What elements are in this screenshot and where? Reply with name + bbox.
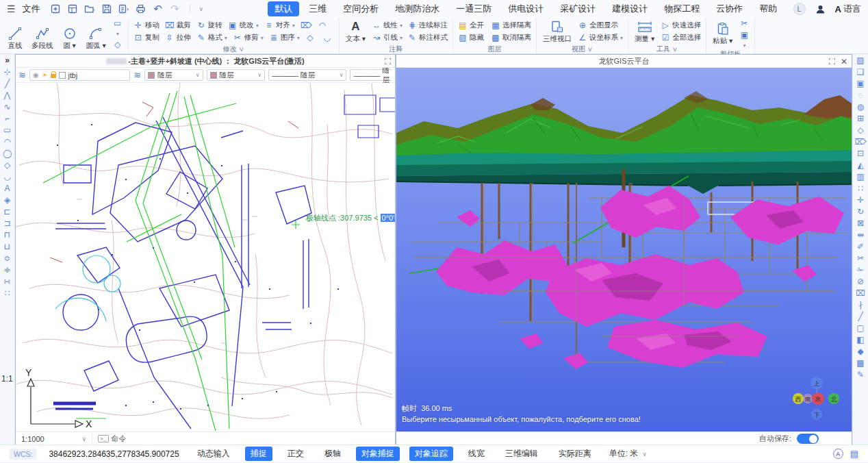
layer-tool-button[interactable]: ▦选择隔离 [491, 21, 531, 31]
draw-circle-icon[interactable]: ◯ [3, 149, 12, 158]
collapse-panel-icon[interactable]: » [5, 56, 10, 65]
box-3d-icon[interactable]: ◆ [857, 347, 863, 356]
command-input[interactable]: >_ 命令 [92, 434, 132, 444]
account-icon[interactable] [815, 4, 826, 14]
fullscreen-icon[interactable] [385, 58, 391, 64]
edit-box-icon[interactable]: ✎ [857, 371, 864, 379]
status-toggle[interactable]: 实际距离 [553, 447, 597, 461]
ribbon-tab[interactable]: 供电设计 [501, 1, 550, 16]
array-icon[interactable]: ∷ [858, 184, 863, 193]
trim-icon[interactable]: ∤ [858, 301, 863, 310]
save-icon[interactable] [101, 3, 112, 14]
select-circle-icon[interactable]: ◌ [858, 91, 863, 100]
paste-icon[interactable]: ▢ [856, 324, 864, 333]
paste-button[interactable]: 粘贴 ▾ [711, 22, 734, 46]
modify-tool-button[interactable]: ✎格式▾ [196, 33, 227, 43]
export-icon[interactable] [118, 3, 129, 14]
draw-polyline-icon[interactable]: ⋀ [4, 91, 11, 100]
draw-polygon-icon[interactable]: ◇ [4, 161, 10, 170]
break-icon[interactable]: ✂ [857, 254, 864, 263]
quick-select-button[interactable]: ▷快速选择 [661, 21, 701, 31]
language-button[interactable]: A 语言 [835, 3, 861, 15]
cut-button[interactable]: ✂ [739, 18, 750, 28]
modify-tool-button[interactable]: ✛移动▾ [133, 21, 159, 31]
view-cube-icon[interactable]: ◇ [857, 126, 863, 135]
draw-region-icon[interactable]: ⌐ [5, 114, 10, 123]
mirror-icon[interactable]: ◭ [857, 161, 863, 170]
fullscreen-icon[interactable] [829, 58, 835, 64]
layer-tool-button[interactable]: ▨隐藏 [458, 33, 484, 43]
assistant-icon[interactable]: A [833, 449, 843, 459]
hatch-icon[interactable]: ▩ [856, 359, 864, 368]
move-icon[interactable]: ✛ [857, 196, 864, 205]
zoom-extents-button[interactable]: ⊕全图显示 [578, 21, 623, 31]
scale-selector[interactable]: 1:1000 ∨ [16, 432, 92, 445]
new-file-icon[interactable] [50, 3, 61, 14]
text-button[interactable]: A 文本 ▾ [344, 20, 367, 44]
ribbon-tab[interactable]: 三维 [302, 1, 333, 16]
redo-icon[interactable]: ↷ [170, 3, 181, 14]
draw-polyline-button[interactable]: 多段线 [30, 27, 55, 51]
status-toggle[interactable]: 正交 [282, 447, 309, 461]
offset-icon[interactable]: ⊡ [857, 149, 864, 158]
align-bottom-icon[interactable]: ⊔ [4, 242, 10, 251]
lineweight-combo[interactable]: ———— 随层 [350, 69, 392, 81]
draw-line-button[interactable]: 直线 [5, 27, 25, 51]
break-point-icon[interactable]: ✁ [857, 266, 864, 275]
distribute-vertical-icon[interactable]: ≑ [3, 266, 10, 275]
print-icon[interactable] [136, 3, 146, 14]
measure-icon[interactable]: ⊘ [857, 277, 864, 286]
distribute-horizontal-icon[interactable]: ∺ [3, 277, 10, 286]
text-tool-icon[interactable]: A [4, 184, 10, 193]
3d-scene-canvas[interactable]: 帧时 36.00 ms Выберите несырьманный объект… [396, 68, 852, 431]
status-toggle[interactable]: 对象捕捉 [356, 447, 400, 461]
status-toggle[interactable]: 捕捉 [245, 447, 272, 461]
2d-drawing-canvas[interactable]: Y X 极轴线点 :307.9735 < 0°0'0" [16, 83, 395, 431]
screw-icon[interactable]: ✐ [857, 242, 864, 251]
layer-lock-icon[interactable] [51, 74, 56, 78]
draw-spline-icon[interactable]: ∿ [3, 103, 10, 112]
modify-tool-button[interactable]: ◇▾ [305, 33, 317, 43]
notes-icon[interactable]: ▤ [850, 449, 858, 459]
user-avatar[interactable]: L [793, 3, 806, 15]
draw-circle-button[interactable]: 圆 ▾ [60, 27, 80, 51]
color-combo[interactable]: 随层 ∨ [144, 69, 203, 81]
dimension-style-button[interactable]: ✎标注样式 [407, 33, 448, 43]
template-icon[interactable] [67, 3, 78, 14]
align-right-icon[interactable]: ⊐ [3, 219, 10, 228]
modify-tool-button[interactable]: ⊡复制▾ [133, 33, 159, 43]
status-toggle[interactable]: 动态输入 [192, 447, 235, 461]
status-toggle[interactable]: 三维编辑 [500, 447, 544, 461]
continuous-dimension-button[interactable]: ⋕连续标注 [407, 21, 448, 31]
align-top-icon[interactable]: ⊓ [4, 231, 10, 240]
toolbar-options-chevron-icon[interactable]: ∨ [199, 5, 204, 12]
draw-rectangle-button[interactable]: ▭ ▾ [112, 18, 123, 38]
modify-tool-button[interactable]: ≡对齐▾ [264, 21, 295, 31]
group-label-modify[interactable]: 修改 ∨ [133, 45, 334, 53]
leader-button[interactable]: ↝引线▾ [372, 33, 403, 43]
select-fence-icon[interactable]: ⊞ [857, 114, 864, 123]
status-toggle[interactable]: 极轴 [319, 447, 346, 461]
scale-1-1-icon[interactable]: 1:1 [1, 374, 13, 384]
pin-icon[interactable]: ⊹ [3, 68, 10, 77]
modify-tool-button[interactable]: ⇳拉伸▾ [165, 33, 191, 43]
autosave-toggle[interactable] [797, 434, 819, 444]
color2-combo[interactable]: 随层 ∨ [207, 69, 265, 81]
draw-arc-button[interactable]: 圆弧 ▾ [85, 27, 107, 51]
hamburger-menu-icon[interactable]: ☰ [7, 3, 16, 14]
modify-tool-button[interactable]: ▣统改▾ [228, 21, 259, 31]
set-coordinate-system-button[interactable]: ∠设坐标系▾ [578, 33, 623, 43]
draw-line-icon[interactable]: ╱ [5, 79, 10, 88]
layer-thaw-icon[interactable]: ☀ [42, 71, 48, 79]
modify-tool-button[interactable]: ⌦▾ [301, 21, 312, 31]
draw-rectangle-icon[interactable]: ▭ [3, 126, 11, 135]
modify-tool-button[interactable]: ◠▾ [318, 21, 329, 31]
edit-attribute-icon[interactable]: ▧ [856, 56, 864, 65]
status-toggle[interactable]: 线宽 [463, 447, 490, 461]
layers-icon[interactable]: ≋ [18, 70, 26, 80]
clipboard-icon[interactable]: ◧ [856, 336, 864, 345]
layer-states-icon[interactable]: ≋ [133, 70, 141, 80]
match-properties-button[interactable]: ▣ ▾ [739, 30, 750, 49]
align-center-icon[interactable]: ≎ [3, 254, 10, 263]
group-label-view[interactable]: 视图 ∨ [541, 45, 623, 53]
